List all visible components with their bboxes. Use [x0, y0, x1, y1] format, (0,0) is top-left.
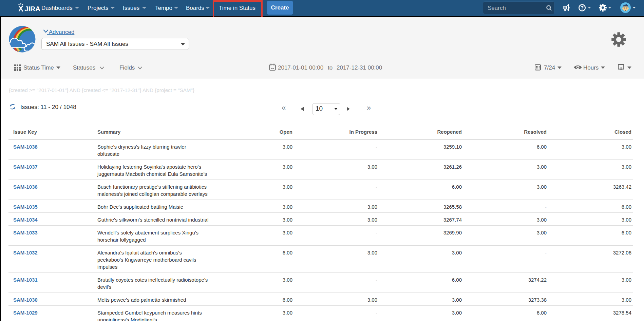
svg-text:?: ? [581, 5, 584, 11]
svg-text:JIRA: JIRA [24, 5, 40, 13]
